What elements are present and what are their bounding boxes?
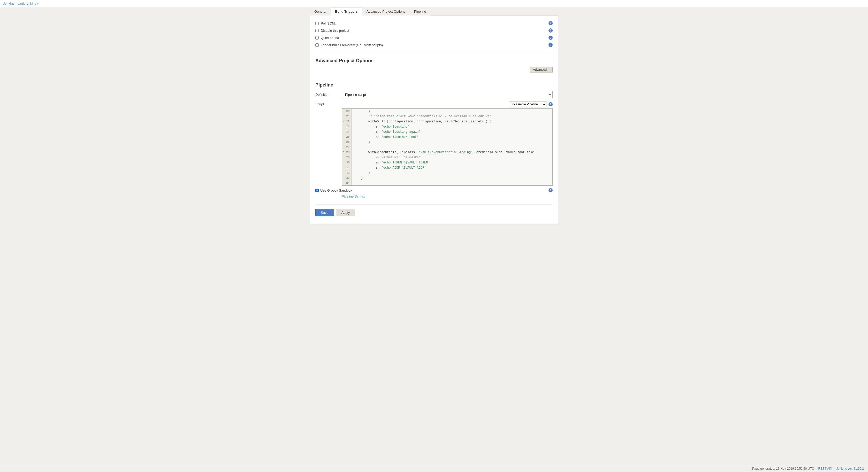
divider-1 xyxy=(315,52,553,52)
footer-jenkins-version[interactable]: Jenkins ver. 2.190.2 xyxy=(836,467,864,470)
line-content-28: withCredentials([[\$class: 'VaultTokenCr… xyxy=(351,150,552,155)
breadcrumb-bar: Jenkins › vault-jenkins › xyxy=(0,0,868,7)
main-wrapper: General Build Triggers Advanced Project … xyxy=(310,7,558,224)
footer: Page generated: 11-Nov-2019 10:52:50 UTC… xyxy=(0,465,868,472)
divider-2 xyxy=(315,76,553,76)
checkbox-quiet-period-label: Quiet period xyxy=(321,36,339,40)
code-line-33: 33 } xyxy=(342,176,552,181)
help-icon-disable-project[interactable]: ? xyxy=(549,28,553,33)
code-line-28: 28 withCredentials([[\$class: 'VaultToke… xyxy=(342,150,552,155)
code-line-20: 20 } xyxy=(342,109,552,114)
code-line-24: 24 sh 'echo $testing_again' xyxy=(342,129,552,135)
checkbox-poll-scm-label: Poll SCM... xyxy=(321,22,338,25)
checkbox-disable-project[interactable] xyxy=(315,29,319,32)
line-content-21: // inside this block your credentials wi… xyxy=(351,114,552,119)
definition-label: Definition xyxy=(315,93,339,97)
advanced-project-options-header: Advanced Project Options xyxy=(315,56,553,64)
line-number-31: 31 xyxy=(342,165,351,170)
checkbox-row-trigger-remotely: Trigger builds remotely (e.g., from scri… xyxy=(315,41,553,48)
line-content-24: sh 'echo $testing_again' xyxy=(351,129,552,135)
checkbox-quiet-period[interactable] xyxy=(315,36,319,39)
checkbox-row-quiet-period: Quiet period ? xyxy=(315,34,553,41)
help-icon-script[interactable]: ? xyxy=(549,102,553,106)
line-number-21: 21 xyxy=(342,114,351,119)
groovy-sandbox-left: Use Groovy Sandbox xyxy=(315,189,352,192)
line-content-27 xyxy=(351,145,552,150)
script-wrapper: try sample Pipeline... ? 20 }21 // insid… xyxy=(342,101,553,186)
code-editor[interactable]: 20 }21 // inside this block your credent… xyxy=(342,108,553,186)
checkbox-trigger-remotely[interactable] xyxy=(315,43,319,47)
tab-build-triggers[interactable]: Build Triggers xyxy=(331,7,362,15)
checkbox-row-disable-project: Disable this project ? xyxy=(315,27,553,34)
code-line-34: 34 xyxy=(342,181,552,186)
line-content-33: } xyxy=(351,176,552,181)
line-content-22: withVault([configuration: configuration,… xyxy=(351,119,552,124)
footer-page-generated: Page generated: 11-Nov-2019 10:52:50 UTC xyxy=(752,467,814,470)
line-number-28: 28 xyxy=(342,150,351,155)
pipeline-section: Pipeline Definition Pipeline script Pipe… xyxy=(315,80,553,198)
code-line-21: 21 // inside this block your credentials… xyxy=(342,114,552,119)
advanced-row: Advanced... xyxy=(315,67,553,73)
button-row: Save Apply xyxy=(315,204,553,218)
code-line-27: 27 xyxy=(342,145,552,150)
line-number-32: 32 xyxy=(342,170,351,176)
help-icon-groovy[interactable]: ? xyxy=(549,188,553,192)
groovy-sandbox-row: Use Groovy Sandbox ? xyxy=(315,188,553,192)
line-number-27: 27 xyxy=(342,145,351,150)
breadcrumb-sep-2: › xyxy=(37,2,38,5)
help-icon-quiet-period[interactable]: ? xyxy=(549,36,553,40)
content-panel: Poll SCM... ? Disable this project ? Qui… xyxy=(310,15,558,224)
help-icon-poll-scm[interactable]: ? xyxy=(549,21,553,25)
line-content-34 xyxy=(351,181,552,186)
code-line-30: 30 sh 'echo TOKEN=\$VAULT_TOKEN' xyxy=(342,160,552,165)
tab-general[interactable]: General xyxy=(310,7,331,15)
code-line-32: 32 } xyxy=(342,170,552,176)
line-content-30: sh 'echo TOKEN=\$VAULT_TOKEN' xyxy=(351,160,552,165)
breadcrumb-sep-1: › xyxy=(16,2,17,5)
script-container: Script try sample Pipeline... ? 20 }21 /… xyxy=(315,101,553,186)
save-button[interactable]: Save xyxy=(315,209,334,216)
line-number-30: 30 xyxy=(342,160,351,165)
checkbox-disable-project-label: Disable this project xyxy=(321,29,349,33)
help-icon-trigger-remotely[interactable]: ? xyxy=(549,43,553,47)
line-content-23: sh 'echo $testing' xyxy=(351,124,552,129)
code-line-23: 23 sh 'echo $testing' xyxy=(342,124,552,129)
code-line-26: 26 } xyxy=(342,140,552,145)
code-line-29: 29 // values will be masked xyxy=(342,155,552,160)
code-line-25: 25 sh 'echo $another_test' xyxy=(342,135,552,140)
line-content-20: } xyxy=(351,109,552,114)
tab-advanced-project-options[interactable]: Advanced Project Options xyxy=(362,7,410,15)
script-toolbar: try sample Pipeline... ? xyxy=(342,101,553,107)
apply-button[interactable]: Apply xyxy=(336,209,355,216)
line-content-31: sh 'echo ADDR=\$VAULT_ADDR' xyxy=(351,165,552,170)
checkbox-poll-scm[interactable] xyxy=(315,22,319,25)
definition-select[interactable]: Pipeline script Pipeline script from SCM xyxy=(342,91,553,98)
tab-bar: General Build Triggers Advanced Project … xyxy=(310,7,558,15)
try-sample-select[interactable]: try sample Pipeline... xyxy=(509,101,547,107)
line-content-26: } xyxy=(351,140,552,145)
line-content-25: sh 'echo $another_test' xyxy=(351,135,552,140)
line-number-34: 34 xyxy=(342,181,351,186)
advanced-button[interactable]: Advanced... xyxy=(530,67,553,73)
checkbox-row-poll-scm: Poll SCM... ? xyxy=(315,20,553,27)
code-table: 20 }21 // inside this block your credent… xyxy=(342,109,552,186)
tab-pipeline[interactable]: Pipeline xyxy=(410,7,430,15)
footer-rest-api[interactable]: REST API xyxy=(818,467,832,470)
pipeline-header: Pipeline xyxy=(315,80,553,88)
line-number-29: 29 xyxy=(342,155,351,160)
pipeline-syntax-link[interactable]: Pipeline Syntax xyxy=(342,195,365,198)
line-number-25: 25 xyxy=(342,135,351,140)
line-number-23: 23 xyxy=(342,124,351,129)
breadcrumb-jenkins[interactable]: Jenkins xyxy=(3,2,14,5)
line-number-26: 26 xyxy=(342,140,351,145)
line-number-33: 33 xyxy=(342,176,351,181)
code-line-22: 22 withVault([configuration: configurati… xyxy=(342,119,552,124)
line-number-20: 20 xyxy=(342,109,351,114)
groovy-sandbox-label: Use Groovy Sandbox xyxy=(320,189,352,192)
breadcrumb-vault-jenkins[interactable]: vault-jenkins xyxy=(18,2,36,5)
line-content-29: // values will be masked xyxy=(351,155,552,160)
line-content-32: } xyxy=(351,170,552,176)
script-label: Script xyxy=(315,101,339,106)
groovy-sandbox-checkbox[interactable] xyxy=(315,189,319,192)
definition-row: Definition Pipeline script Pipeline scri… xyxy=(315,91,553,98)
